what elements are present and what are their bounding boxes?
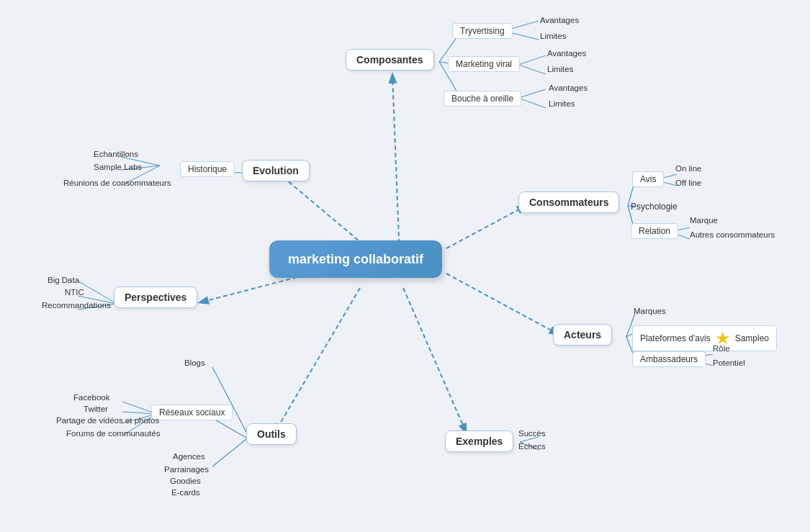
leaf-marques: Marques [634,307,666,315]
leaf-twitter: Twitter [84,405,108,413]
leaf-ntic: NTIC [65,288,84,297]
node-bouche-oreille[interactable]: Bouche à oreille [444,91,521,107]
leaf-psychologie: Psychologie [631,202,678,212]
svg-line-35 [520,437,539,442]
leaf-recommandations: Recommandations [42,301,111,310]
svg-line-0 [392,75,400,258]
svg-line-39 [212,439,246,466]
leaf-succes: Succès [518,429,546,438]
leaf-partage: Partage de vidéos et photos [56,416,159,425]
svg-line-1 [278,173,364,245]
node-acteurs[interactable]: Acteurs [553,324,612,346]
leaf-forums: Forums de communautés [66,429,160,438]
node-plateformes[interactable]: Plateformes d'avis ★ Sampleo [632,325,777,351]
svg-line-2 [446,206,526,248]
center-label: marketing collaboratif [288,252,423,267]
leaf-parrainages: Parrainages [164,465,209,474]
node-exemples[interactable]: Exemples [445,430,513,452]
leaf-mktgviral-limites: Limites [547,65,573,73]
leaf-potentiel: Potentiel [713,359,745,367]
svg-line-13 [518,65,546,74]
perspectives-label: Perspectives [125,292,186,303]
node-outils[interactable]: Outils [246,423,297,445]
leaf-role: Rôle [713,344,730,353]
leaf-agences: Agences [173,452,205,461]
leaf-reunions: Réunions de consommateurs [63,179,171,187]
leaf-offline: Off line [675,179,701,187]
svg-line-6 [275,288,360,432]
node-tryvertising[interactable]: Tryvertising [452,23,513,39]
acteurs-label: Acteurs [564,329,601,341]
composantes-label: Composantes [356,54,423,66]
node-relation[interactable]: Relation [631,223,678,239]
svg-line-14 [518,89,546,98]
node-avis[interactable]: Avis [632,171,664,187]
node-evolution[interactable]: Evolution [242,160,310,181]
node-consommateurs[interactable]: Consommateurs [518,191,619,213]
consommateurs-label: Consommateurs [529,197,608,208]
leaf-echantillons: Echantillons [94,150,138,158]
svg-line-12 [518,55,546,65]
node-historique[interactable]: Historique [180,161,235,177]
leaf-mktgviral-avantages: Avantages [547,49,586,58]
svg-line-4 [446,274,558,334]
leaf-tryvertising-limites: Limites [540,32,566,40]
svg-line-38 [212,367,246,432]
leaf-tryvertising-avantages: Avantages [540,16,579,24]
leaf-echecs: Echecs [518,442,546,451]
exemples-label: Exemples [456,436,503,447]
leaf-sample-labs: Sample Labs [94,163,142,171]
leaf-autres-conso: Autres consommateurs [690,230,775,239]
node-composantes[interactable]: Composantes [346,49,434,71]
leaf-marque: Marque [690,216,718,225]
svg-line-15 [518,98,546,108]
leaf-bouche-limites: Limites [549,99,575,108]
leaf-ecards: E-cards [171,488,200,497]
leaf-bigdata: Big Data [48,276,79,284]
leaf-facebook: Facebook [73,393,110,402]
leaf-goodies: Goodies [170,477,201,485]
leaf-bouche-avantages: Avantages [549,84,588,92]
leaf-blogs: Blogs [184,359,205,367]
center-node[interactable]: marketing collaboratif [269,240,442,278]
sampleo-label: Sampleo [735,333,769,343]
evolution-label: Evolution [253,165,299,176]
node-marketing-viral[interactable]: Marketing viral [448,56,520,72]
svg-line-5 [403,288,466,432]
outils-label: Outils [257,428,286,440]
leaf-online: On line [675,164,701,173]
node-ambassadeurs[interactable]: Ambassadeurs [632,351,706,367]
node-perspectives[interactable]: Perspectives [114,287,197,308]
node-reseaux-sociaux[interactable]: Réseaux sociaux [151,405,233,420]
